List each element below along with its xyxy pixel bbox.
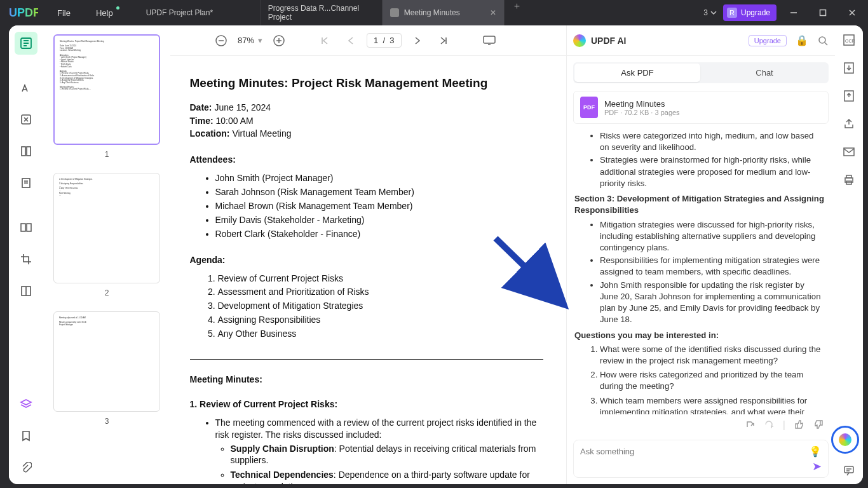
- crop-tool-icon[interactable]: [15, 248, 37, 271]
- edit-text-icon[interactable]: [15, 108, 37, 131]
- print-icon[interactable]: [842, 173, 856, 187]
- lock-icon: 🔒: [796, 34, 808, 46]
- compress-tool-icon[interactable]: [15, 280, 37, 302]
- ai-panel: UPDF AI Upgrade 🔒 Ask PDF Chat PDF Meeti…: [566, 25, 835, 484]
- email-icon[interactable]: [842, 145, 856, 159]
- ai-fab-button[interactable]: [831, 426, 859, 454]
- ai-document-chip[interactable]: PDF Meeting Minutes PDF · 70.2 KB · 3 pa…: [573, 91, 829, 124]
- svg-rect-21: [844, 466, 853, 473]
- workspace: Meeting Minutes: Project Risk Management…: [9, 25, 863, 484]
- bookmark-icon[interactable]: [15, 424, 37, 447]
- page-number-2: 2: [53, 288, 160, 297]
- attachment-icon[interactable]: [15, 456, 37, 479]
- export-response-icon[interactable]: [745, 419, 755, 431]
- first-page-button[interactable]: [316, 32, 334, 50]
- ai-response-area: Risks were categorized into high, medium…: [567, 128, 835, 414]
- maximize-button[interactable]: [811, 0, 835, 25]
- present-mode-button[interactable]: [480, 32, 498, 50]
- svg-rect-0: [820, 10, 826, 16]
- menu-file[interactable]: File: [57, 8, 71, 18]
- ai-input[interactable]: [580, 447, 797, 456]
- export-icon[interactable]: [842, 89, 856, 103]
- svg-rect-7: [27, 224, 31, 231]
- send-button[interactable]: ➤: [812, 459, 822, 473]
- tab-project-plan[interactable]: UPDF Project Plan*: [139, 0, 261, 25]
- zoom-in-button[interactable]: [270, 32, 288, 50]
- app-logo: UPDF: [0, 6, 38, 20]
- tab-progress-data[interactable]: Progress Data R...Channel Project: [261, 0, 383, 25]
- regenerate-icon[interactable]: [764, 419, 774, 431]
- zoom-level[interactable]: 87%▾: [238, 36, 262, 45]
- titlebar: UPDF File Help UPDF Project Plan* Progre…: [0, 0, 868, 25]
- tab-meeting-minutes[interactable]: Meeting Minutes ✕: [383, 0, 505, 25]
- right-tool-rail: OCR: [835, 25, 863, 484]
- doc-title: Meeting Minutes: Project Risk Management…: [190, 75, 543, 92]
- ai-logo-icon: [573, 34, 586, 47]
- organize-pages-icon[interactable]: [15, 216, 37, 239]
- svg-text:OCR: OCR: [845, 39, 855, 43]
- svg-point-12: [819, 37, 825, 43]
- svg-rect-17: [844, 148, 854, 156]
- document-tabs: UPDF Project Plan* Progress Data R...Cha…: [139, 0, 525, 25]
- svg-rect-11: [484, 36, 495, 43]
- ai-search-button[interactable]: [817, 35, 829, 46]
- zoom-out-button[interactable]: [212, 32, 230, 50]
- left-tool-rail: [9, 25, 43, 484]
- last-page-button[interactable]: [435, 32, 452, 50]
- doc-icon: [390, 8, 399, 17]
- page-indicator[interactable]: 1 / 3: [367, 33, 402, 48]
- upgrade-button[interactable]: RUpgrade: [723, 4, 776, 21]
- ai-panel-title: UPDF AI: [591, 36, 626, 46]
- comment-panel-icon[interactable]: [842, 464, 856, 478]
- convert-icon[interactable]: [842, 61, 856, 75]
- thumbnail-panel: Meeting Minutes: Project Risk Management…: [43, 25, 170, 484]
- tab-count[interactable]: 3: [703, 8, 717, 17]
- document-page: Meeting Minutes: Project Risk Management…: [180, 61, 553, 484]
- viewer-toolbar: 87%▾ 1 / 3: [170, 25, 566, 56]
- minimize-button[interactable]: [782, 0, 806, 25]
- suggestion-icon[interactable]: 💡: [809, 445, 822, 458]
- next-page-button[interactable]: [409, 32, 427, 50]
- svg-rect-6: [21, 224, 25, 231]
- layers-icon[interactable]: [15, 393, 37, 416]
- thumbs-down-icon[interactable]: [813, 419, 824, 431]
- svg-rect-19: [846, 175, 851, 178]
- document-viewport[interactable]: Meeting Minutes: Project Risk Management…: [170, 56, 566, 484]
- thumbnail-page-3[interactable]: Meeting adjourned at 11:30 AMMinutes pre…: [53, 311, 160, 412]
- tab-ask-pdf[interactable]: Ask PDF: [574, 64, 700, 82]
- close-window-button[interactable]: [840, 0, 864, 25]
- form-tool-icon[interactable]: [15, 172, 37, 194]
- prev-page-button[interactable]: [341, 32, 359, 50]
- thumbnail-page-2[interactable]: 2. Development of Mitigation Strategies.…: [53, 173, 160, 283]
- highlight-tool-icon[interactable]: [15, 76, 37, 99]
- ocr-icon[interactable]: OCR: [842, 33, 856, 47]
- svg-rect-3: [22, 147, 25, 156]
- reader-mode-icon[interactable]: [15, 32, 37, 55]
- new-tab-button[interactable]: ＋: [510, 0, 525, 25]
- thumbs-up-icon[interactable]: [794, 419, 804, 431]
- ai-input-area[interactable]: 💡 ➤: [573, 440, 829, 478]
- ai-upgrade-button[interactable]: Upgrade: [749, 35, 787, 46]
- page-number-3: 3: [53, 417, 160, 426]
- page-number-1: 1: [53, 150, 160, 159]
- share-icon[interactable]: [842, 117, 856, 131]
- menu-help[interactable]: Help: [96, 8, 113, 18]
- ai-mode-tabs: Ask PDF Chat: [573, 62, 829, 83]
- close-tab-icon[interactable]: ✕: [490, 8, 496, 17]
- svg-rect-4: [27, 147, 31, 156]
- page-tools-icon[interactable]: [15, 140, 37, 163]
- tab-chat[interactable]: Chat: [702, 64, 827, 82]
- thumbnail-page-1[interactable]: Meeting Minutes: Project Risk Management…: [53, 34, 160, 145]
- pdf-icon: PDF: [580, 97, 598, 118]
